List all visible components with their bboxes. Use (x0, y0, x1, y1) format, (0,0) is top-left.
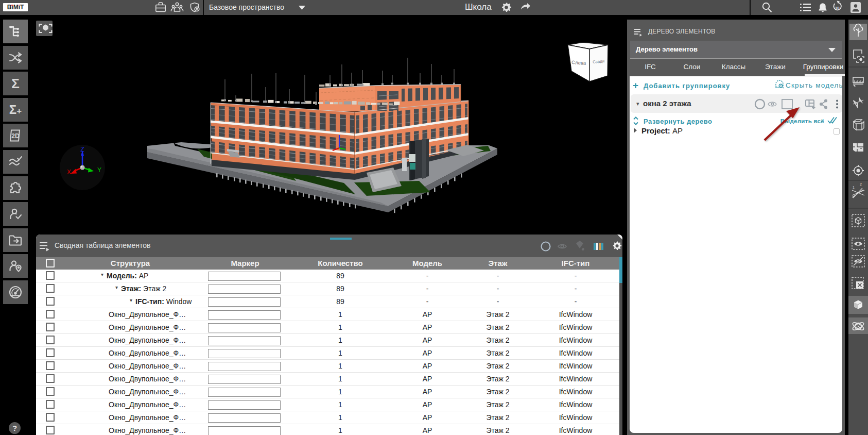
svg-text:X: X (67, 169, 71, 176)
svg-text:1: 1 (853, 186, 855, 189)
svg-text:Z: Z (80, 146, 84, 153)
svg-text:Y: Y (97, 166, 101, 174)
svg-text:2: 2 (860, 182, 862, 186)
svg-text:Слева: Слева (571, 59, 586, 66)
svg-text:10: 10 (835, 6, 839, 10)
